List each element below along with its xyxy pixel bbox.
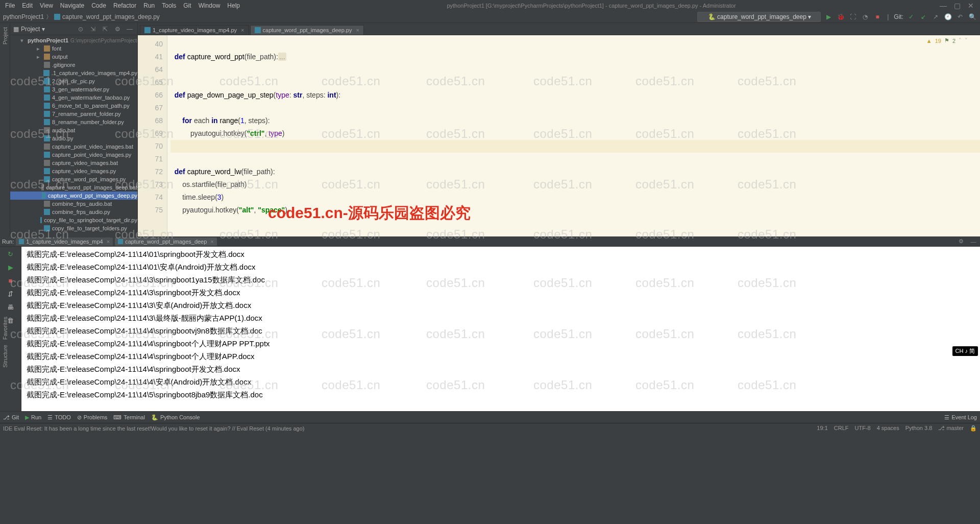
menu-edit[interactable]: Edit: [19, 1, 36, 10]
debug-icon[interactable]: 🐞: [836, 12, 845, 21]
tool-terminal[interactable]: ⌨Terminal: [113, 414, 145, 421]
close-icon[interactable]: ×: [210, 239, 213, 245]
tree-item[interactable]: 7_rename_parent_folder.py: [10, 110, 137, 118]
tree-item[interactable]: audio.bat: [10, 126, 137, 134]
menu-run[interactable]: Run: [140, 1, 158, 10]
tree-item[interactable]: combine_frps_audio.bat: [10, 200, 137, 208]
tree-item[interactable]: 2_gen_dir_pic.py: [10, 77, 137, 85]
tool-event-log[interactable]: ☰Event Log: [944, 414, 977, 421]
breadcrumb-project[interactable]: pythonProject1: [3, 13, 44, 20]
git-branch[interactable]: ⎇ master: [938, 425, 964, 432]
console-output[interactable]: 截图完成-E:\releaseComp\24-11\14\01\springbo…: [21, 247, 980, 411]
tool-todo[interactable]: ☰TODO: [47, 414, 71, 421]
tree-item[interactable]: copy_file_to_target_folders.py: [10, 224, 137, 232]
menu-tools[interactable]: Tools: [159, 1, 179, 10]
chevron-down-icon[interactable]: ˅: [965, 37, 968, 44]
encoding[interactable]: UTF-8: [855, 425, 871, 432]
run-icon[interactable]: ▶: [6, 262, 16, 272]
menu-help[interactable]: Help: [224, 1, 243, 10]
tree-item[interactable]: 3_gen_watermarker.py: [10, 85, 137, 93]
tool-structure-tab[interactable]: Structure: [2, 345, 8, 368]
interpreter[interactable]: Python 3.8: [905, 425, 933, 432]
run-tab[interactable]: capture_word_ppt_images_deep ×: [115, 237, 217, 246]
menu-file[interactable]: File: [2, 1, 18, 10]
inspection-badges[interactable]: ▲19 ⚑2 ˄ ˅: [926, 37, 968, 44]
maximize-icon[interactable]: ▢: [954, 2, 961, 10]
tool-project-tab[interactable]: Project: [2, 25, 8, 46]
collapse-all-icon[interactable]: ⇱: [101, 25, 110, 34]
minimize-icon[interactable]: —: [940, 2, 947, 10]
print-icon[interactable]: 🖶: [6, 302, 16, 312]
tree-item[interactable]: capture_video_images.py: [10, 167, 137, 175]
gear-icon[interactable]: ⚙: [113, 25, 122, 34]
chevron-down-icon[interactable]: ▾: [20, 37, 23, 44]
tool-python-console[interactable]: 🐍Python Console: [151, 414, 200, 421]
tool-git[interactable]: ⎇Git: [3, 414, 19, 421]
tree-item[interactable]: capture_point_video_images.bat: [10, 142, 137, 151]
lock-icon[interactable]: 🔒: [970, 425, 977, 432]
menu-git[interactable]: Git: [180, 1, 194, 10]
cursor-position[interactable]: 19:1: [817, 425, 827, 432]
chevron-up-icon[interactable]: ˄: [959, 37, 962, 44]
menu-view[interactable]: View: [37, 1, 56, 10]
tree-item[interactable]: capture_word_ppt_images_deep.py: [10, 192, 137, 200]
vcs-commit-icon[interactable]: ↙: [919, 12, 928, 21]
tree-item[interactable]: 6_move_txt_to_parent_path.py: [10, 102, 137, 110]
breadcrumb-file[interactable]: capture_word_ppt_images_deep.py: [62, 13, 160, 20]
editor-body[interactable]: 4041646566676869707172737475 def capture…: [138, 35, 980, 236]
chevron-right-icon[interactable]: ▸: [37, 45, 42, 52]
vcs-push-icon[interactable]: ↗: [931, 12, 940, 21]
search-icon[interactable]: 🔍: [968, 12, 977, 21]
hide-icon[interactable]: —: [125, 25, 134, 34]
tool-problems[interactable]: ⊘Problems: [77, 414, 107, 421]
gear-icon[interactable]: ⚙: [957, 237, 966, 246]
run-tab[interactable]: 1_capture_video_images_mp4 ×: [16, 237, 113, 246]
tree-item[interactable]: ▸output: [10, 53, 137, 61]
tree-item[interactable]: capture_point_video_images.py: [10, 151, 137, 159]
tree-item[interactable]: capture_word_ppt_images_deep.bat: [10, 183, 137, 192]
menu-refactor[interactable]: Refactor: [110, 1, 139, 10]
expand-all-icon[interactable]: ⇲: [88, 25, 97, 34]
vcs-update-icon[interactable]: ✓: [906, 12, 916, 21]
editor-tab[interactable]: 1_capture_video_images_mp4.py ×: [140, 25, 249, 35]
chevron-down-icon[interactable]: ▾: [42, 26, 45, 33]
menu-navigate[interactable]: Navigate: [57, 1, 87, 10]
tree-item[interactable]: 8_rename_number_folder.py: [10, 118, 137, 126]
project-tree[interactable]: ▾ pythonProject1 G:\myproject\PycharmPro…: [10, 35, 137, 236]
tree-item[interactable]: audio.py: [10, 134, 137, 142]
coverage-icon[interactable]: ⛶: [848, 12, 857, 21]
tree-root[interactable]: ▾ pythonProject1 G:\myproject\PycharmPro…: [10, 36, 137, 44]
tool-favorites-tab[interactable]: Favorites: [2, 317, 8, 340]
tree-item[interactable]: ▸font: [10, 44, 137, 53]
menu-window[interactable]: Window: [195, 1, 224, 10]
layout-icon[interactable]: ⇵: [6, 289, 16, 299]
chevron-right-icon[interactable]: ▸: [37, 54, 42, 60]
stop-icon[interactable]: ■: [6, 275, 16, 285]
indent[interactable]: 4 spaces: [877, 425, 899, 432]
tree-item[interactable]: .gitignore: [10, 61, 137, 69]
select-opened-icon[interactable]: ⊙: [76, 25, 85, 34]
rerun-icon[interactable]: ↻: [6, 249, 16, 259]
tree-item[interactable]: capture_word_ppt_images.py: [10, 175, 137, 183]
editor-tab[interactable]: capture_word_ppt_images_deep.py ×: [250, 25, 364, 35]
hide-icon[interactable]: —: [969, 237, 978, 246]
menu-code[interactable]: Code: [88, 1, 109, 10]
vcs-rollback-icon[interactable]: ↶: [955, 12, 965, 21]
stop-icon[interactable]: ■: [873, 12, 882, 21]
vcs-history-icon[interactable]: 🕘: [943, 12, 952, 21]
code-area[interactable]: def capture_word_ppt(file_path):... def …: [167, 35, 980, 236]
profile-icon[interactable]: ◔: [861, 12, 870, 21]
tree-item[interactable]: .1_capture_video_images_mp4.py: [10, 69, 137, 77]
run-config-select[interactable]: 🐍 capture_word_ppt_images_deep ▾: [697, 12, 821, 22]
run-icon[interactable]: ▶: [824, 12, 833, 21]
tool-run[interactable]: ▶Run: [25, 414, 41, 421]
close-icon[interactable]: ✕: [968, 2, 974, 10]
tree-item[interactable]: combine_frps_audio.py: [10, 208, 137, 216]
tree-item[interactable]: capture_video_images.bat: [10, 159, 137, 167]
tree-item[interactable]: copy_file_to_springboot_target_dir.py: [10, 216, 137, 224]
close-icon[interactable]: ×: [241, 27, 244, 33]
close-icon[interactable]: ×: [356, 27, 359, 33]
line-separator[interactable]: CRLF: [834, 425, 849, 432]
close-icon[interactable]: ×: [107, 239, 110, 245]
tree-item[interactable]: 4_gen_watermarker_taobao.py: [10, 93, 137, 102]
